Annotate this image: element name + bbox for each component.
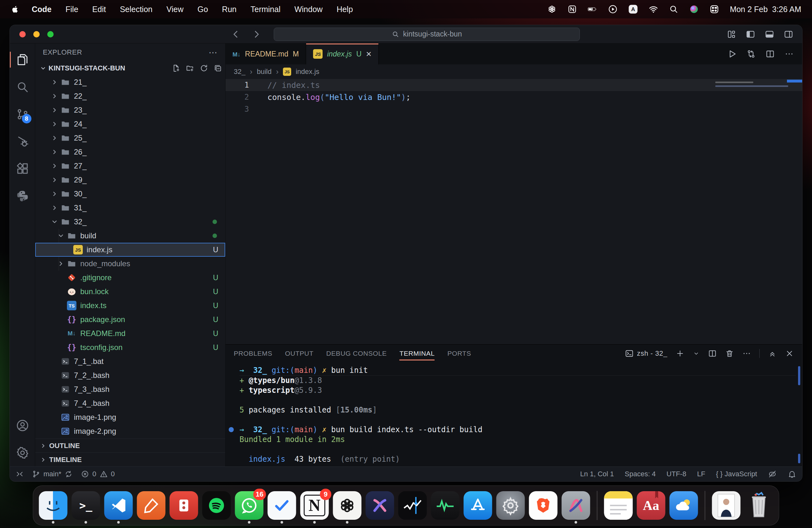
play-circle-icon[interactable] [608,4,618,14]
toggle-sidebar-icon[interactable] [746,29,755,39]
refresh-icon[interactable] [200,64,208,72]
dock-brave-icon[interactable] [529,491,557,520]
menu-item-go[interactable]: Go [198,5,208,14]
close-window-button[interactable] [19,31,26,38]
split-editor-icon[interactable] [765,49,775,59]
menu-item-code[interactable]: Code [32,5,52,14]
remote-indicator[interactable] [16,470,24,478]
tree-item-23_[interactable]: 23_ [35,103,225,117]
activity-settings-gear-icon[interactable] [10,439,35,467]
tree-item-24_[interactable]: 24_ [35,117,225,131]
tree-item-README.md[interactable]: M↓README.mdU [35,327,225,341]
status-item[interactable]: Ln 1, Col 1 [580,470,614,478]
collapse-all-icon[interactable] [214,64,222,72]
tree-item-index.js[interactable]: JSindex.jsU [35,243,225,257]
tab-index.js[interactable]: JSindex.jsU× [306,43,379,65]
new-folder-icon[interactable] [186,64,194,72]
terminal-scrollbar[interactable] [798,454,800,463]
panel-tab-output[interactable]: OUTPUT [285,345,314,362]
dock-dictionary-icon[interactable]: Aa [637,491,665,520]
tab-README.md[interactable]: M↓README.mdM [226,43,306,65]
copilot-disabled-icon[interactable] [768,470,777,479]
control-center-icon[interactable] [710,4,719,14]
dock-chatgpt-icon[interactable] [333,491,362,520]
open-changes-icon[interactable] [746,49,756,59]
dock-orange-pen-app-icon[interactable] [137,491,165,520]
outline-section[interactable]: OUTLINE [35,439,225,453]
tree-item-21_[interactable]: 21_ [35,75,225,89]
tree-item-25_[interactable]: 25_ [35,131,225,145]
timeline-section[interactable]: TIMELINE [35,453,225,467]
problems-status[interactable]: 00 [81,470,115,478]
run-icon[interactable] [727,49,737,59]
workspace-section-header[interactable]: KINTSUGI-STACK-BUN [35,61,225,75]
tree-item-22_[interactable]: 22_ [35,89,225,103]
dock-pulse-app-icon[interactable] [431,491,460,520]
dock-things-icon[interactable] [268,491,296,520]
vscode-titlebar[interactable]: kintsugi-stack-bun [10,25,802,43]
tree-item-7_4_.bash[interactable]: 7_4_.bash [35,396,225,410]
activity-run-debug-icon[interactable] [10,128,35,155]
dock-trash-icon[interactable] [745,491,773,520]
dock-butterfly-app-icon[interactable] [366,491,394,520]
dock-finder-icon[interactable] [39,491,68,520]
activity-source-control-icon[interactable]: 8 [10,101,35,128]
code-editor[interactable]: 1// index.ts2console.log("Hello via Bun!… [226,79,802,344]
new-terminal-icon[interactable] [676,349,684,358]
tree-item-.gitignore[interactable]: .gitignoreU [35,271,225,285]
tree-item-7_3_.bash[interactable]: 7_3_.bash [35,382,225,396]
chatgpt-icon[interactable] [547,4,557,14]
command-decoration-dot[interactable] [229,427,234,432]
menu-item-edit[interactable]: Edit [92,5,106,14]
tree-item-package.json[interactable]: {}package.jsonU [35,313,225,327]
status-item[interactable]: Spaces: 4 [625,470,656,478]
menu-item-window[interactable]: Window [294,5,322,14]
panel-tab-ports[interactable]: PORTS [447,345,471,362]
command-center-search[interactable]: kintsugi-stack-bun [274,28,580,41]
tree-item-7_1_.bat[interactable]: 7_1_.bat [35,354,225,368]
menu-item-run[interactable]: Run [222,5,237,14]
activity-explorer-icon[interactable] [10,46,35,73]
dock-stocks-icon[interactable] [398,491,427,520]
notion-icon[interactable] [567,4,577,14]
dock-spotify-icon[interactable] [202,491,231,520]
back-icon[interactable] [231,29,241,39]
explorer-more-icon[interactable]: ⋯ [209,47,218,58]
panel-tab-terminal[interactable]: TERMINAL [399,345,435,362]
panel-tab-debug-console[interactable]: DEBUG CONSOLE [326,345,387,362]
bell-icon[interactable] [787,470,796,479]
dock-photo-booth-icon[interactable] [170,491,198,520]
tree-item-index.ts[interactable]: TSindex.tsU [35,299,225,313]
wifi-icon[interactable] [649,4,658,14]
panel-tab-problems[interactable]: PROBLEMS [234,345,273,362]
menu-item-selection[interactable]: Selection [120,5,153,14]
dock-app-store-icon[interactable] [464,491,492,520]
tree-item-30_[interactable]: 30_ [35,187,225,201]
tree-item-node_modules[interactable]: node_modules [35,257,225,271]
menu-item-help[interactable]: Help [336,5,353,14]
branch-status[interactable]: main* [32,470,73,478]
dock-profile-photo-icon[interactable] [712,491,741,520]
apple-logo-icon[interactable] [11,4,19,14]
terminal-instance-chip[interactable]: zsh - 32_ [625,349,667,358]
chevron-down-icon[interactable] [693,349,700,358]
more-icon[interactable] [742,349,751,358]
menu-item-terminal[interactable]: Terminal [250,5,280,14]
tree-item-27_[interactable]: 27_ [35,159,225,173]
activity-extensions-icon[interactable] [10,155,35,183]
more-actions-icon[interactable] [784,49,794,59]
status-item[interactable]: LF [697,470,706,478]
a-square-icon[interactable]: A [628,4,638,14]
status-item[interactable]: { } JavaScript [716,470,757,478]
dock-vscode-icon[interactable] [104,491,133,520]
dock-abstract-a-app-icon[interactable] [562,491,590,520]
terminal[interactable]: → 32_ git:(main) ✗ bun init+ @types/bun@… [226,362,802,467]
activity-search-icon[interactable] [10,73,35,101]
dock-notes-icon[interactable] [604,491,633,520]
tree-item-build[interactable]: build [35,229,225,243]
activity-python-icon[interactable] [10,183,35,210]
minimap[interactable] [715,82,782,89]
activity-account-icon[interactable] [10,412,35,439]
tree-item-31_[interactable]: 31_ [35,201,225,215]
close-panel-icon[interactable] [785,349,794,358]
